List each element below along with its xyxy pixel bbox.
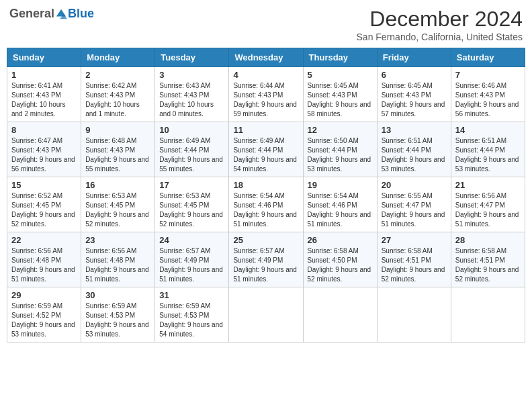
calendar-cell: 24Sunrise: 6:57 AMSunset: 4:49 PMDayligh… [155, 232, 229, 287]
month-title: December 2024 [357, 7, 523, 32]
day-info: Sunrise: 6:45 AMSunset: 4:43 PMDaylight:… [382, 81, 447, 119]
day-info: Sunrise: 6:51 AMSunset: 4:44 PMDaylight:… [455, 136, 521, 174]
calendar-cell: 23Sunrise: 6:56 AMSunset: 4:48 PMDayligh… [81, 232, 155, 287]
day-number: 2 [85, 70, 150, 80]
calendar-cell: 31Sunrise: 6:59 AMSunset: 4:53 PMDayligh… [155, 287, 229, 342]
day-number: 9 [85, 125, 150, 135]
calendar-cell: 6Sunrise: 6:45 AMSunset: 4:43 PMDaylight… [377, 67, 451, 122]
day-number: 30 [85, 290, 150, 300]
day-number: 8 [11, 125, 77, 135]
weekday-header-tuesday: Tuesday [155, 48, 229, 67]
day-number: 4 [233, 70, 298, 80]
calendar-cell: 3Sunrise: 6:43 AMSunset: 4:43 PMDaylight… [155, 67, 229, 122]
day-info: Sunrise: 6:58 AMSunset: 4:51 PMDaylight:… [455, 246, 521, 284]
day-info: Sunrise: 6:56 AMSunset: 4:48 PMDaylight:… [85, 246, 150, 284]
day-number: 14 [455, 125, 521, 135]
weekday-header-row: SundayMondayTuesdayWednesdayThursdayFrid… [7, 48, 525, 67]
calendar-cell: 7Sunrise: 6:46 AMSunset: 4:43 PMDaylight… [451, 67, 525, 122]
day-info: Sunrise: 6:45 AMSunset: 4:43 PMDaylight:… [308, 81, 373, 119]
day-number: 21 [455, 180, 521, 190]
day-number: 28 [455, 235, 521, 245]
calendar-cell: 19Sunrise: 6:54 AMSunset: 4:46 PMDayligh… [303, 177, 377, 232]
day-info: Sunrise: 6:44 AMSunset: 4:43 PMDaylight:… [233, 81, 298, 119]
day-number: 29 [11, 290, 77, 300]
logo-general: General [9, 7, 54, 21]
day-info: Sunrise: 6:57 AMSunset: 4:49 PMDaylight:… [159, 246, 224, 284]
day-info: Sunrise: 6:56 AMSunset: 4:48 PMDaylight:… [11, 246, 77, 284]
weekday-header-monday: Monday [81, 48, 155, 67]
calendar-cell: 5Sunrise: 6:45 AMSunset: 4:43 PMDaylight… [303, 67, 377, 122]
day-number: 15 [11, 180, 77, 190]
day-number: 24 [159, 235, 224, 245]
day-info: Sunrise: 6:54 AMSunset: 4:46 PMDaylight:… [308, 191, 373, 229]
day-number: 12 [308, 125, 373, 135]
week-row-4: 22Sunrise: 6:56 AMSunset: 4:48 PMDayligh… [7, 232, 525, 287]
weekday-header-thursday: Thursday [303, 48, 377, 67]
day-info: Sunrise: 6:50 AMSunset: 4:44 PMDaylight:… [308, 136, 373, 174]
day-number: 7 [455, 70, 521, 80]
day-info: Sunrise: 6:58 AMSunset: 4:50 PMDaylight:… [308, 246, 373, 284]
day-info: Sunrise: 6:41 AMSunset: 4:43 PMDaylight:… [11, 81, 77, 119]
calendar-cell: 17Sunrise: 6:53 AMSunset: 4:45 PMDayligh… [155, 177, 229, 232]
day-info: Sunrise: 6:49 AMSunset: 4:44 PMDaylight:… [233, 136, 298, 174]
logo: General Blue [9, 7, 94, 21]
day-number: 22 [11, 235, 77, 245]
calendar-cell: 27Sunrise: 6:58 AMSunset: 4:51 PMDayligh… [377, 232, 451, 287]
page-header: General Blue December 2024 San Fernando,… [7, 7, 525, 42]
calendar-cell: 15Sunrise: 6:52 AMSunset: 4:45 PMDayligh… [7, 177, 81, 232]
calendar-cell: 30Sunrise: 6:59 AMSunset: 4:53 PMDayligh… [81, 287, 155, 342]
weekday-header-wednesday: Wednesday [229, 48, 303, 67]
day-info: Sunrise: 6:51 AMSunset: 4:44 PMDaylight:… [382, 136, 447, 174]
calendar-cell: 16Sunrise: 6:53 AMSunset: 4:45 PMDayligh… [81, 177, 155, 232]
day-info: Sunrise: 6:59 AMSunset: 4:53 PMDaylight:… [159, 302, 224, 339]
calendar-cell: 25Sunrise: 6:57 AMSunset: 4:49 PMDayligh… [229, 232, 303, 287]
calendar-cell: 14Sunrise: 6:51 AMSunset: 4:44 PMDayligh… [451, 122, 525, 177]
calendar-cell [451, 287, 525, 342]
day-info: Sunrise: 6:59 AMSunset: 4:53 PMDaylight:… [85, 302, 150, 339]
day-number: 25 [233, 235, 298, 245]
calendar-cell: 21Sunrise: 6:56 AMSunset: 4:47 PMDayligh… [451, 177, 525, 232]
weekday-header-sunday: Sunday [7, 48, 81, 67]
day-number: 11 [233, 125, 298, 135]
calendar-cell: 12Sunrise: 6:50 AMSunset: 4:44 PMDayligh… [303, 122, 377, 177]
calendar-cell [229, 287, 303, 342]
week-row-2: 8Sunrise: 6:47 AMSunset: 4:43 PMDaylight… [7, 122, 525, 177]
day-number: 27 [382, 235, 447, 245]
day-number: 10 [159, 125, 224, 135]
calendar-cell: 29Sunrise: 6:59 AMSunset: 4:52 PMDayligh… [7, 287, 81, 342]
calendar-cell: 20Sunrise: 6:55 AMSunset: 4:47 PMDayligh… [377, 177, 451, 232]
day-info: Sunrise: 6:43 AMSunset: 4:43 PMDaylight:… [159, 81, 224, 119]
week-row-5: 29Sunrise: 6:59 AMSunset: 4:52 PMDayligh… [7, 287, 525, 342]
day-number: 5 [308, 70, 373, 80]
calendar-cell: 2Sunrise: 6:42 AMSunset: 4:43 PMDaylight… [81, 67, 155, 122]
week-row-3: 15Sunrise: 6:52 AMSunset: 4:45 PMDayligh… [7, 177, 525, 232]
day-number: 13 [382, 125, 447, 135]
day-info: Sunrise: 6:56 AMSunset: 4:47 PMDaylight:… [455, 191, 521, 229]
calendar-cell: 11Sunrise: 6:49 AMSunset: 4:44 PMDayligh… [229, 122, 303, 177]
day-number: 3 [159, 70, 224, 80]
calendar-cell: 18Sunrise: 6:54 AMSunset: 4:46 PMDayligh… [229, 177, 303, 232]
day-number: 18 [233, 180, 298, 190]
day-info: Sunrise: 6:58 AMSunset: 4:51 PMDaylight:… [382, 246, 447, 284]
day-number: 17 [159, 180, 224, 190]
day-info: Sunrise: 6:52 AMSunset: 4:45 PMDaylight:… [11, 191, 77, 229]
calendar-cell [303, 287, 377, 342]
location: San Fernando, California, United States [357, 32, 523, 42]
calendar-cell: 13Sunrise: 6:51 AMSunset: 4:44 PMDayligh… [377, 122, 451, 177]
day-number: 1 [11, 70, 77, 80]
calendar-cell: 8Sunrise: 6:47 AMSunset: 4:43 PMDaylight… [7, 122, 81, 177]
calendar-cell: 28Sunrise: 6:58 AMSunset: 4:51 PMDayligh… [451, 232, 525, 287]
day-number: 19 [308, 180, 373, 190]
day-info: Sunrise: 6:46 AMSunset: 4:43 PMDaylight:… [455, 81, 521, 119]
day-info: Sunrise: 6:55 AMSunset: 4:47 PMDaylight:… [382, 191, 447, 229]
day-info: Sunrise: 6:57 AMSunset: 4:49 PMDaylight:… [233, 246, 298, 284]
week-row-1: 1Sunrise: 6:41 AMSunset: 4:43 PMDaylight… [7, 67, 525, 122]
day-info: Sunrise: 6:48 AMSunset: 4:43 PMDaylight:… [85, 136, 150, 174]
day-info: Sunrise: 6:42 AMSunset: 4:43 PMDaylight:… [85, 81, 150, 119]
weekday-header-friday: Friday [377, 48, 451, 67]
day-number: 6 [382, 70, 447, 80]
day-info: Sunrise: 6:53 AMSunset: 4:45 PMDaylight:… [159, 191, 224, 229]
day-number: 20 [382, 180, 447, 190]
day-info: Sunrise: 6:59 AMSunset: 4:52 PMDaylight:… [11, 302, 77, 339]
calendar-cell: 4Sunrise: 6:44 AMSunset: 4:43 PMDaylight… [229, 67, 303, 122]
